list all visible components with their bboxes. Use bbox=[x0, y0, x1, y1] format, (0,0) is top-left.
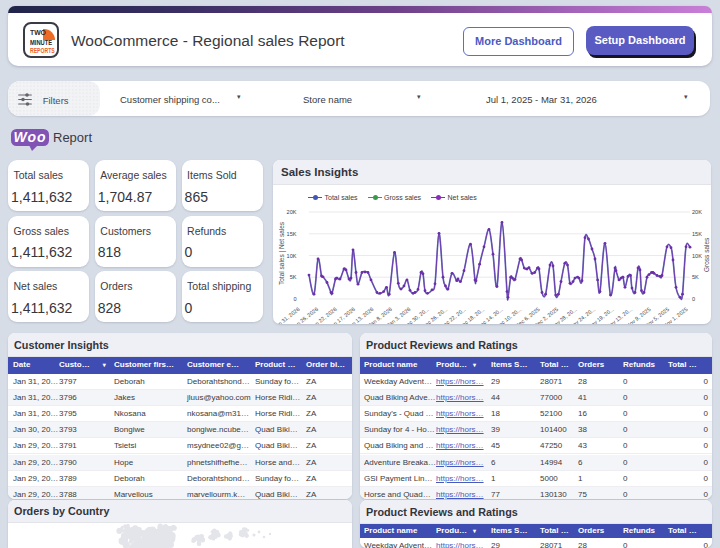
svg-text:10K: 10K bbox=[287, 253, 297, 259]
svg-text:0: 0 bbox=[293, 296, 296, 302]
svg-text:15K: 15K bbox=[287, 231, 297, 237]
svg-text:10K: 10K bbox=[692, 253, 702, 259]
svg-text:20K: 20K bbox=[692, 209, 702, 215]
svg-text:0: 0 bbox=[692, 296, 695, 302]
svg-text:5K: 5K bbox=[290, 274, 297, 280]
svg-text:5K: 5K bbox=[692, 274, 699, 280]
svg-text:15K: 15K bbox=[692, 231, 702, 237]
svg-text:20K: 20K bbox=[287, 209, 297, 215]
